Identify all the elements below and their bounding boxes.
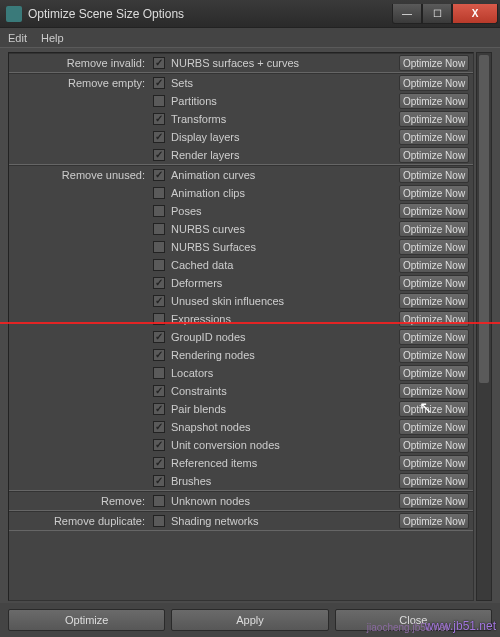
scrollbar[interactable] (476, 52, 492, 601)
checkbox[interactable] (153, 241, 165, 253)
optimize-now-button[interactable]: Optimize Now (399, 311, 469, 327)
checkbox[interactable] (153, 57, 165, 69)
checkbox[interactable] (153, 149, 165, 161)
minimize-button[interactable]: — (392, 4, 422, 24)
optimize-now-button[interactable]: Optimize Now (399, 419, 469, 435)
checkbox[interactable] (153, 131, 165, 143)
optimize-now-button[interactable]: Optimize Now (399, 473, 469, 489)
checkbox[interactable] (153, 223, 165, 235)
footer: Optimize Apply Close (0, 603, 500, 637)
option-row: Referenced itemsOptimize Now (9, 454, 473, 472)
group-label: Remove: (9, 495, 151, 507)
option-row: Snapshot nodesOptimize Now (9, 418, 473, 436)
option-label: Rendering nodes (167, 349, 399, 361)
option-row: GroupID nodesOptimize Now (9, 328, 473, 346)
option-row: ConstraintsOptimize Now (9, 382, 473, 400)
option-row: Unit conversion nodesOptimize Now (9, 436, 473, 454)
optimize-now-button[interactable]: Optimize Now (399, 493, 469, 509)
optimize-now-button[interactable]: Optimize Now (399, 329, 469, 345)
optimize-now-button[interactable]: Optimize Now (399, 365, 469, 381)
option-label: Transforms (167, 113, 399, 125)
option-label: Unknown nodes (167, 495, 399, 507)
group-label: Remove empty: (9, 77, 151, 89)
optimize-now-button[interactable]: Optimize Now (399, 347, 469, 363)
optimize-now-button[interactable]: Optimize Now (399, 221, 469, 237)
optimize-now-button[interactable]: Optimize Now (399, 55, 469, 71)
option-label: NURBS Surfaces (167, 241, 399, 253)
optimize-now-button[interactable]: Optimize Now (399, 513, 469, 529)
option-label: Display layers (167, 131, 399, 143)
checkbox[interactable] (153, 277, 165, 289)
option-row: ExpressionsOptimize Now (9, 310, 473, 328)
window-title: Optimize Scene Size Options (28, 7, 392, 21)
checkbox[interactable] (153, 349, 165, 361)
options-panel: Remove invalid:NURBS surfaces + curvesOp… (8, 52, 474, 601)
optimize-now-button[interactable]: Optimize Now (399, 293, 469, 309)
optimize-now-button[interactable]: Optimize Now (399, 129, 469, 145)
checkbox[interactable] (153, 421, 165, 433)
checkbox[interactable] (153, 187, 165, 199)
option-row: Animation clipsOptimize Now (9, 184, 473, 202)
option-label: Unit conversion nodes (167, 439, 399, 451)
option-row: Remove:Unknown nodesOptimize Now (9, 492, 473, 510)
checkbox[interactable] (153, 367, 165, 379)
optimize-now-button[interactable]: Optimize Now (399, 383, 469, 399)
menu-help[interactable]: Help (41, 32, 64, 44)
checkbox[interactable] (153, 77, 165, 89)
optimize-now-button[interactable]: Optimize Now (399, 257, 469, 273)
option-row: Remove duplicate:Shading networksOptimiz… (9, 512, 473, 530)
optimize-now-button[interactable]: Optimize Now (399, 401, 469, 417)
checkbox[interactable] (153, 95, 165, 107)
checkbox[interactable] (153, 457, 165, 469)
option-row: Display layersOptimize Now (9, 128, 473, 146)
optimize-now-button[interactable]: Optimize Now (399, 455, 469, 471)
optimize-now-button[interactable]: Optimize Now (399, 111, 469, 127)
checkbox[interactable] (153, 169, 165, 181)
optimize-now-button[interactable]: Optimize Now (399, 239, 469, 255)
close-button[interactable]: Close (335, 609, 492, 631)
menu-edit[interactable]: Edit (8, 32, 27, 44)
option-label: Animation curves (167, 169, 399, 181)
option-row: NURBS curvesOptimize Now (9, 220, 473, 238)
optimize-now-button[interactable]: Optimize Now (399, 147, 469, 163)
option-label: Partitions (167, 95, 399, 107)
maximize-button[interactable]: ☐ (422, 4, 452, 24)
group-label: Remove duplicate: (9, 515, 151, 527)
optimize-now-button[interactable]: Optimize Now (399, 203, 469, 219)
checkbox[interactable] (153, 259, 165, 271)
close-window-button[interactable]: X (452, 4, 498, 24)
optimize-now-button[interactable]: Optimize Now (399, 167, 469, 183)
checkbox[interactable] (153, 205, 165, 217)
option-label: Pair blends (167, 403, 399, 415)
checkbox[interactable] (153, 113, 165, 125)
group-label: Remove invalid: (9, 57, 151, 69)
checkbox[interactable] (153, 439, 165, 451)
option-label: Brushes (167, 475, 399, 487)
option-row: PartitionsOptimize Now (9, 92, 473, 110)
checkbox[interactable] (153, 475, 165, 487)
checkbox[interactable] (153, 515, 165, 527)
checkbox[interactable] (153, 331, 165, 343)
titlebar: Optimize Scene Size Options — ☐ X (0, 0, 500, 28)
optimize-now-button[interactable]: Optimize Now (399, 75, 469, 91)
option-label: Animation clips (167, 187, 399, 199)
checkbox[interactable] (153, 385, 165, 397)
option-row: Remove empty:SetsOptimize Now (9, 74, 473, 92)
checkbox[interactable] (153, 313, 165, 325)
option-row: LocatorsOptimize Now (9, 364, 473, 382)
optimize-now-button[interactable]: Optimize Now (399, 437, 469, 453)
optimize-button[interactable]: Optimize (8, 609, 165, 631)
checkbox[interactable] (153, 403, 165, 415)
checkbox[interactable] (153, 495, 165, 507)
optimize-now-button[interactable]: Optimize Now (399, 185, 469, 201)
option-label: Unused skin influences (167, 295, 399, 307)
checkbox[interactable] (153, 295, 165, 307)
menubar: Edit Help (0, 28, 500, 48)
optimize-now-button[interactable]: Optimize Now (399, 93, 469, 109)
option-row: Pair blendsOptimize Now (9, 400, 473, 418)
apply-button[interactable]: Apply (171, 609, 328, 631)
optimize-now-button[interactable]: Optimize Now (399, 275, 469, 291)
option-row: Unused skin influencesOptimize Now (9, 292, 473, 310)
option-row: Cached dataOptimize Now (9, 256, 473, 274)
option-label: Referenced items (167, 457, 399, 469)
